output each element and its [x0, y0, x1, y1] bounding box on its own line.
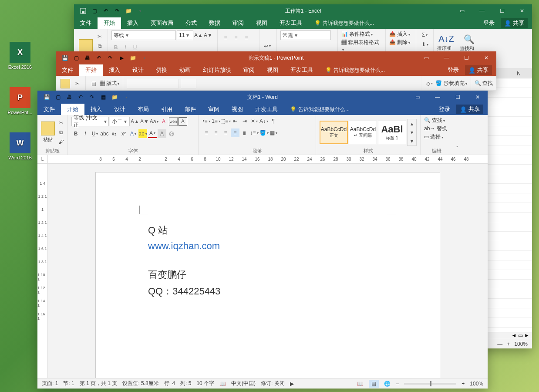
- styles-up-icon[interactable]: ▴: [408, 119, 416, 128]
- folder-icon[interactable]: 📁: [109, 91, 120, 103]
- font-name-combo[interactable]: 等线 (中文正▾: [71, 117, 109, 126]
- replace-button[interactable]: ab→ 替换: [424, 125, 447, 132]
- minimize-icon[interactable]: —: [428, 91, 448, 104]
- delete-cells-button[interactable]: 📤 删除: [389, 39, 410, 46]
- minimize-icon[interactable]: —: [472, 4, 492, 17]
- quickprint-icon[interactable]: 🖶: [64, 91, 75, 103]
- maximize-icon[interactable]: ☐: [492, 4, 512, 17]
- cut-icon[interactable]: ✂: [95, 32, 104, 41]
- save-icon[interactable]: [77, 5, 89, 17]
- find-button[interactable]: 🔍 查找: [424, 117, 445, 124]
- document-page[interactable]: Q 站 www.iqzhan.com 百变鹏仔 QQ：344225443: [96, 172, 440, 378]
- ribbon-options-icon[interactable]: ▭: [452, 4, 472, 17]
- ribbon-options-icon[interactable]: ▭: [408, 91, 428, 104]
- multilevel-icon[interactable]: ⬚≡: [221, 117, 230, 125]
- folder-icon[interactable]: 📁: [127, 52, 138, 64]
- font-size-combo[interactable]: 11▾: [177, 30, 193, 40]
- tab-view[interactable]: 视图: [250, 17, 273, 29]
- tab-file[interactable]: 文件: [37, 104, 61, 115]
- qat-more-icon[interactable]: [138, 52, 150, 64]
- shrink-font-icon[interactable]: A▼: [204, 31, 212, 40]
- style-heading1[interactable]: AaBl标题 1: [378, 121, 406, 144]
- phonetic-icon[interactable]: wén: [169, 117, 178, 126]
- number-format-combo[interactable]: 常规▾: [280, 30, 331, 40]
- share-button[interactable]: 👤共享: [501, 18, 528, 28]
- close-icon[interactable]: ✕: [512, 4, 532, 17]
- enclose-icon[interactable]: ㊓: [167, 129, 176, 138]
- align-left-icon[interactable]: ≡: [202, 128, 211, 137]
- status-column[interactable]: 列: 5: [180, 380, 191, 387]
- bullets-icon[interactable]: •≡: [202, 117, 211, 125]
- shading-icon[interactable]: 🪣: [259, 128, 268, 137]
- slideshow-icon[interactable]: ▶: [116, 52, 127, 64]
- maximize-icon[interactable]: ☐: [448, 91, 468, 104]
- tab-references[interactable]: 引用: [155, 104, 179, 115]
- align-top-icon[interactable]: ≡: [221, 34, 230, 42]
- tab-transition[interactable]: 切换: [150, 64, 173, 76]
- tab-view[interactable]: 视图: [226, 104, 249, 115]
- collapse-ribbon-icon[interactable]: ˄: [453, 144, 462, 153]
- tab-design[interactable]: 设计: [108, 104, 131, 115]
- tab-mail[interactable]: 邮件: [179, 104, 202, 115]
- styles-more-icon[interactable]: ▾: [408, 137, 416, 145]
- italic-icon[interactable]: I: [121, 43, 130, 52]
- style-normal[interactable]: AaBbCcDd正文: [320, 121, 348, 144]
- tab-animation[interactable]: 动画: [173, 64, 197, 76]
- table-icon[interactable]: ▦: [98, 91, 109, 103]
- underline-icon[interactable]: U: [91, 129, 99, 138]
- indent-icon[interactable]: ⇥: [240, 117, 249, 125]
- italic-icon[interactable]: I: [81, 129, 90, 138]
- tab-home[interactable]: 开始: [79, 64, 103, 76]
- maximize-icon[interactable]: ☐: [456, 51, 476, 64]
- font-size-combo[interactable]: 小二▾: [110, 117, 130, 126]
- clear-format-icon[interactable]: A: [159, 117, 168, 126]
- zoom-level[interactable]: 100%: [514, 341, 528, 347]
- paste-button[interactable]: 粘贴: [41, 118, 55, 146]
- superscript-icon[interactable]: x²: [119, 129, 128, 138]
- tab-insert[interactable]: 插入: [103, 64, 126, 76]
- zoom-in-icon[interactable]: +: [462, 381, 465, 387]
- share-button[interactable]: 👤共享: [456, 105, 483, 114]
- document-viewport[interactable]: Q 站 www.iqzhan.com 百变鹏仔 QQ：344225443: [48, 164, 488, 378]
- save-icon[interactable]: 💾: [59, 52, 71, 64]
- quickprint-icon[interactable]: 🖶: [82, 52, 93, 64]
- status-language[interactable]: 中文(中国): [231, 380, 256, 387]
- tab-pagelayout[interactable]: 页面布局: [145, 17, 179, 29]
- shrink-font-icon[interactable]: A▼: [140, 117, 149, 126]
- redo-icon[interactable]: ↷: [111, 5, 123, 17]
- conditional-format-button[interactable]: 📊 条件格式: [341, 30, 373, 38]
- tab-home[interactable]: 开始: [61, 104, 84, 115]
- tab-home[interactable]: 开始: [98, 17, 121, 29]
- horizontal-ruler[interactable]: 8642246810121416182022242628303234363840…: [37, 155, 488, 164]
- select-button[interactable]: ▭ 选择: [424, 133, 443, 141]
- status-page[interactable]: 页面: 1: [42, 380, 58, 387]
- tab-design[interactable]: 设计: [126, 64, 150, 76]
- qat-more-icon[interactable]: [120, 91, 131, 103]
- status-position[interactable]: 设置值: 5.8厘米: [122, 380, 158, 387]
- sort-icon[interactable]: A↓: [259, 117, 268, 125]
- underline-icon[interactable]: U: [131, 43, 139, 52]
- status-wordcount[interactable]: 10 个字: [196, 380, 214, 387]
- highlight-icon[interactable]: ab: [138, 129, 147, 138]
- asian-layout-icon[interactable]: ✕: [250, 117, 259, 125]
- close-icon[interactable]: ✕: [476, 51, 496, 64]
- zoom-out-icon[interactable]: −: [396, 381, 399, 387]
- distributed-icon[interactable]: ⫼: [240, 128, 249, 137]
- borders-icon[interactable]: ▦: [269, 128, 278, 137]
- macro-icon[interactable]: ▶: [290, 381, 294, 387]
- desktop-icon-word[interactable]: W Word 2016: [3, 132, 37, 160]
- align-justify-icon[interactable]: ≡: [231, 128, 239, 137]
- readmode-icon[interactable]: 📖: [357, 381, 364, 387]
- save-icon[interactable]: 💾: [41, 91, 52, 103]
- tell-me-field[interactable]: 💡告诉我您想要做什么...: [284, 104, 350, 115]
- status-line[interactable]: 行: 4: [164, 380, 175, 387]
- tab-file[interactable]: 文件: [56, 64, 79, 76]
- tab-review[interactable]: 审阅: [226, 17, 250, 29]
- char-shading-icon[interactable]: A: [158, 129, 166, 138]
- cut-icon[interactable]: ✂: [57, 118, 65, 127]
- change-case-icon[interactable]: Aa: [150, 117, 158, 126]
- undo-icon[interactable]: ↶: [100, 5, 111, 17]
- find-button[interactable]: 🔍 查找: [475, 80, 493, 87]
- tab-file[interactable]: 文件: [74, 17, 98, 29]
- doc-link[interactable]: www.iqzhan.com: [148, 240, 220, 251]
